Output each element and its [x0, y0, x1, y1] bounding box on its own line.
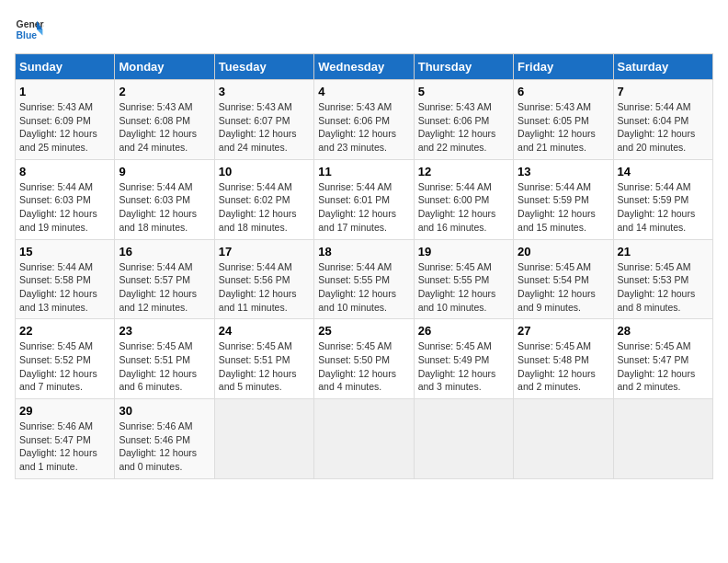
day-number: 10: [219, 165, 310, 178]
table-row: [514, 399, 613, 479]
calendar-table: SundayMondayTuesdayWednesdayThursdayFrid…: [15, 53, 713, 479]
table-row: 10Sunrise: 5:44 AMSunset: 6:02 PMDayligh…: [214, 159, 313, 239]
day-number: 12: [418, 165, 509, 178]
day-number: 22: [19, 324, 110, 338]
table-row: 11Sunrise: 5:44 AMSunset: 6:01 PMDayligh…: [314, 159, 414, 239]
column-header-saturday: Saturday: [613, 54, 712, 80]
table-row: 4Sunrise: 5:43 AMSunset: 6:06 PMDaylight…: [314, 80, 414, 160]
table-row: 5Sunrise: 5:43 AMSunset: 6:06 PMDaylight…: [414, 80, 513, 160]
day-number: 8: [19, 165, 110, 178]
day-info: Sunrise: 5:44 AMSunset: 6:01 PMDaylight:…: [318, 181, 396, 233]
day-number: 1: [19, 85, 110, 98]
day-info: Sunrise: 5:45 AMSunset: 5:51 PMDaylight:…: [219, 340, 297, 392]
day-number: 24: [219, 324, 310, 338]
day-number: 14: [618, 165, 709, 178]
calendar-week-1: 1Sunrise: 5:43 AMSunset: 6:09 PMDaylight…: [16, 80, 713, 160]
day-info: Sunrise: 5:44 AMSunset: 6:03 PMDaylight:…: [119, 181, 197, 233]
day-number: 26: [418, 324, 509, 338]
day-info: Sunrise: 5:45 AMSunset: 5:54 PMDaylight:…: [518, 261, 596, 313]
day-info: Sunrise: 5:44 AMSunset: 6:04 PMDaylight:…: [618, 101, 696, 153]
column-header-sunday: Sunday: [16, 54, 115, 80]
day-info: Sunrise: 5:46 AMSunset: 5:47 PMDaylight:…: [19, 420, 97, 472]
day-number: 27: [518, 324, 609, 338]
table-row: 3Sunrise: 5:43 AMSunset: 6:07 PMDaylight…: [214, 80, 313, 160]
day-info: Sunrise: 5:44 AMSunset: 5:55 PMDaylight:…: [318, 261, 396, 313]
column-header-friday: Friday: [514, 54, 613, 80]
day-info: Sunrise: 5:45 AMSunset: 5:49 PMDaylight:…: [418, 340, 496, 392]
day-info: Sunrise: 5:44 AMSunset: 5:59 PMDaylight:…: [518, 181, 596, 233]
day-number: 19: [418, 245, 509, 259]
table-row: 8Sunrise: 5:44 AMSunset: 6:03 PMDaylight…: [16, 159, 115, 239]
day-number: 15: [19, 245, 110, 259]
table-row: [314, 399, 414, 479]
table-row: [414, 399, 513, 479]
svg-text:Blue: Blue: [17, 30, 38, 40]
table-row: 1Sunrise: 5:43 AMSunset: 6:09 PMDaylight…: [16, 80, 115, 160]
day-info: Sunrise: 5:44 AMSunset: 6:02 PMDaylight:…: [219, 181, 297, 233]
day-info: Sunrise: 5:46 AMSunset: 5:46 PMDaylight:…: [119, 420, 197, 472]
day-number: 6: [518, 85, 609, 98]
day-info: Sunrise: 5:45 AMSunset: 5:52 PMDaylight:…: [19, 340, 97, 392]
day-info: Sunrise: 5:43 AMSunset: 6:06 PMDaylight:…: [318, 101, 396, 153]
table-row: 30Sunrise: 5:46 AMSunset: 5:46 PMDayligh…: [115, 399, 214, 479]
table-row: 20Sunrise: 5:45 AMSunset: 5:54 PMDayligh…: [514, 239, 613, 319]
day-number: 29: [19, 404, 110, 418]
day-info: Sunrise: 5:44 AMSunset: 5:56 PMDaylight:…: [219, 261, 297, 313]
day-number: 11: [318, 165, 409, 178]
table-row: [214, 399, 313, 479]
logo-icon: General Blue: [15, 15, 44, 44]
calendar-week-5: 29Sunrise: 5:46 AMSunset: 5:47 PMDayligh…: [16, 399, 713, 479]
day-number: 3: [219, 85, 310, 98]
day-number: 2: [119, 85, 210, 98]
day-info: Sunrise: 5:44 AMSunset: 5:57 PMDaylight:…: [119, 261, 197, 313]
table-row: 28Sunrise: 5:45 AMSunset: 5:47 PMDayligh…: [613, 319, 712, 399]
table-row: 22Sunrise: 5:45 AMSunset: 5:52 PMDayligh…: [16, 319, 115, 399]
day-number: 21: [618, 245, 709, 259]
logo: General Blue: [15, 15, 48, 44]
svg-marker-3: [37, 29, 42, 35]
day-number: 20: [518, 245, 609, 259]
table-row: 15Sunrise: 5:44 AMSunset: 5:58 PMDayligh…: [16, 239, 115, 319]
table-row: [613, 399, 712, 479]
table-row: 21Sunrise: 5:45 AMSunset: 5:53 PMDayligh…: [613, 239, 712, 319]
page-header: General Blue: [15, 15, 713, 44]
table-row: 14Sunrise: 5:44 AMSunset: 5:59 PMDayligh…: [613, 159, 712, 239]
day-info: Sunrise: 5:45 AMSunset: 5:51 PMDaylight:…: [119, 340, 197, 392]
table-row: 24Sunrise: 5:45 AMSunset: 5:51 PMDayligh…: [214, 319, 313, 399]
day-info: Sunrise: 5:45 AMSunset: 5:53 PMDaylight:…: [618, 261, 696, 313]
table-row: 27Sunrise: 5:45 AMSunset: 5:48 PMDayligh…: [514, 319, 613, 399]
table-row: 13Sunrise: 5:44 AMSunset: 5:59 PMDayligh…: [514, 159, 613, 239]
day-number: 4: [318, 85, 409, 98]
calendar-week-3: 15Sunrise: 5:44 AMSunset: 5:58 PMDayligh…: [16, 239, 713, 319]
table-row: 26Sunrise: 5:45 AMSunset: 5:49 PMDayligh…: [414, 319, 513, 399]
table-row: 6Sunrise: 5:43 AMSunset: 6:05 PMDaylight…: [514, 80, 613, 160]
day-number: 23: [119, 324, 210, 338]
day-number: 13: [518, 165, 609, 178]
table-row: 23Sunrise: 5:45 AMSunset: 5:51 PMDayligh…: [115, 319, 214, 399]
day-info: Sunrise: 5:45 AMSunset: 5:48 PMDaylight:…: [518, 340, 596, 392]
column-header-monday: Monday: [115, 54, 214, 80]
day-info: Sunrise: 5:45 AMSunset: 5:50 PMDaylight:…: [318, 340, 396, 392]
day-info: Sunrise: 5:43 AMSunset: 6:06 PMDaylight:…: [418, 101, 496, 153]
day-number: 16: [119, 245, 210, 259]
table-row: 29Sunrise: 5:46 AMSunset: 5:47 PMDayligh…: [16, 399, 115, 479]
day-number: 30: [119, 404, 210, 418]
column-header-thursday: Thursday: [414, 54, 513, 80]
table-row: 17Sunrise: 5:44 AMSunset: 5:56 PMDayligh…: [214, 239, 313, 319]
day-info: Sunrise: 5:43 AMSunset: 6:08 PMDaylight:…: [119, 101, 197, 153]
day-info: Sunrise: 5:45 AMSunset: 5:47 PMDaylight:…: [618, 340, 696, 392]
table-row: 9Sunrise: 5:44 AMSunset: 6:03 PMDaylight…: [115, 159, 214, 239]
day-info: Sunrise: 5:45 AMSunset: 5:55 PMDaylight:…: [418, 261, 496, 313]
day-info: Sunrise: 5:43 AMSunset: 6:07 PMDaylight:…: [219, 101, 297, 153]
table-row: 7Sunrise: 5:44 AMSunset: 6:04 PMDaylight…: [613, 80, 712, 160]
day-number: 25: [318, 324, 409, 338]
calendar-header-row: SundayMondayTuesdayWednesdayThursdayFrid…: [16, 54, 713, 80]
day-number: 17: [219, 245, 310, 259]
calendar-week-2: 8Sunrise: 5:44 AMSunset: 6:03 PMDaylight…: [16, 159, 713, 239]
day-info: Sunrise: 5:44 AMSunset: 5:59 PMDaylight:…: [618, 181, 696, 233]
day-info: Sunrise: 5:44 AMSunset: 6:03 PMDaylight:…: [19, 181, 97, 233]
table-row: 18Sunrise: 5:44 AMSunset: 5:55 PMDayligh…: [314, 239, 414, 319]
column-header-tuesday: Tuesday: [214, 54, 313, 80]
table-row: 25Sunrise: 5:45 AMSunset: 5:50 PMDayligh…: [314, 319, 414, 399]
table-row: 12Sunrise: 5:44 AMSunset: 6:00 PMDayligh…: [414, 159, 513, 239]
